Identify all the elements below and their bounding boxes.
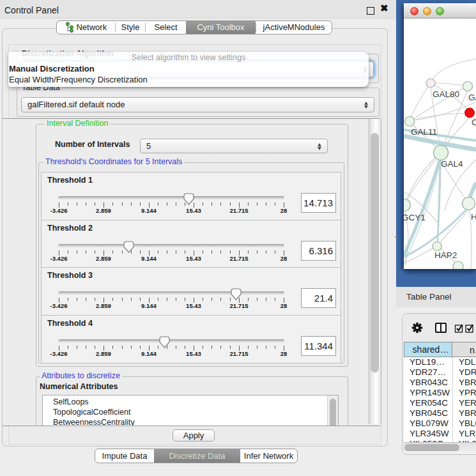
svg-text:HAP4: HAP4 bbox=[471, 212, 476, 222]
svg-text:GAL11: GAL11 bbox=[411, 127, 437, 137]
svg-text:GAL4: GAL4 bbox=[441, 159, 463, 169]
svg-text:GCY1: GCY1 bbox=[404, 213, 426, 222]
svg-text:HAP2: HAP2 bbox=[434, 250, 457, 260]
svg-text:GAL2: GAL2 bbox=[468, 93, 476, 102]
svg-text:GAL80: GAL80 bbox=[433, 89, 459, 99]
svg-text:CDC19: CDC19 bbox=[472, 118, 476, 127]
